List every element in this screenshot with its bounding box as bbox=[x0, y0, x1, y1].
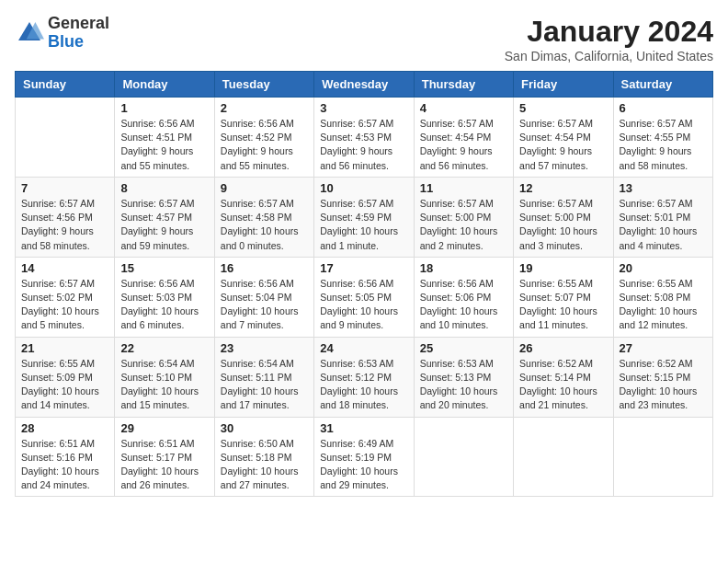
day-info: Sunrise: 6:50 AMSunset: 5:18 PMDaylight:… bbox=[221, 437, 308, 493]
day-info: Sunrise: 6:57 AMSunset: 4:57 PMDaylight:… bbox=[120, 197, 208, 253]
logo: General Blue bbox=[15, 15, 109, 52]
column-header-thursday: Thursday bbox=[414, 72, 513, 98]
day-number: 25 bbox=[420, 341, 507, 355]
calendar-cell bbox=[613, 417, 712, 497]
calendar-cell: 29Sunrise: 6:51 AMSunset: 5:17 PMDayligh… bbox=[115, 417, 214, 497]
day-number: 15 bbox=[120, 261, 208, 275]
calendar-cell: 23Sunrise: 6:54 AMSunset: 5:11 PMDayligh… bbox=[214, 337, 313, 417]
day-info: Sunrise: 6:53 AMSunset: 5:12 PMDaylight:… bbox=[320, 357, 407, 413]
calendar-cell: 21Sunrise: 6:55 AMSunset: 5:09 PMDayligh… bbox=[16, 337, 115, 417]
logo-icon bbox=[15, 18, 44, 48]
day-info: Sunrise: 6:54 AMSunset: 5:11 PMDaylight:… bbox=[221, 357, 308, 413]
calendar-cell: 28Sunrise: 6:51 AMSunset: 5:16 PMDayligh… bbox=[16, 417, 115, 497]
day-number: 13 bbox=[620, 181, 707, 195]
day-number: 2 bbox=[221, 101, 308, 115]
location-subtitle: San Dimas, California, United States bbox=[505, 49, 713, 63]
day-info: Sunrise: 6:56 AMSunset: 5:04 PMDaylight:… bbox=[221, 277, 308, 333]
day-number: 4 bbox=[420, 101, 507, 115]
page-header: General Blue January 2024 San Dimas, Cal… bbox=[15, 15, 713, 63]
logo-blue-text: Blue bbox=[48, 32, 84, 51]
day-number: 22 bbox=[120, 341, 208, 355]
calendar-cell: 5Sunrise: 6:57 AMSunset: 4:54 PMDaylight… bbox=[514, 98, 613, 178]
day-info: Sunrise: 6:56 AMSunset: 4:51 PMDaylight:… bbox=[120, 117, 208, 173]
calendar-cell: 9Sunrise: 6:57 AMSunset: 4:58 PMDaylight… bbox=[214, 177, 313, 257]
column-header-friday: Friday bbox=[514, 72, 613, 98]
day-info: Sunrise: 6:56 AMSunset: 5:06 PMDaylight:… bbox=[420, 277, 507, 333]
calendar-cell: 31Sunrise: 6:49 AMSunset: 5:19 PMDayligh… bbox=[314, 417, 414, 497]
logo-general-text: General bbox=[48, 14, 109, 32]
day-number: 7 bbox=[21, 181, 108, 195]
calendar-cell: 1Sunrise: 6:56 AMSunset: 4:51 PMDaylight… bbox=[115, 98, 214, 178]
day-info: Sunrise: 6:57 AMSunset: 4:54 PMDaylight:… bbox=[519, 117, 607, 173]
day-number: 3 bbox=[320, 101, 407, 115]
day-number: 16 bbox=[221, 261, 308, 275]
month-title: January 2024 bbox=[505, 15, 713, 49]
day-info: Sunrise: 6:53 AMSunset: 5:13 PMDaylight:… bbox=[420, 357, 507, 413]
day-number: 27 bbox=[620, 341, 707, 355]
day-info: Sunrise: 6:56 AMSunset: 5:03 PMDaylight:… bbox=[120, 277, 208, 333]
calendar-week-row: 1Sunrise: 6:56 AMSunset: 4:51 PMDaylight… bbox=[16, 98, 713, 178]
day-info: Sunrise: 6:57 AMSunset: 5:01 PMDaylight:… bbox=[620, 197, 707, 253]
day-number: 9 bbox=[221, 181, 308, 195]
calendar-cell: 2Sunrise: 6:56 AMSunset: 4:52 PMDaylight… bbox=[214, 98, 313, 178]
calendar-cell: 24Sunrise: 6:53 AMSunset: 5:12 PMDayligh… bbox=[314, 337, 414, 417]
day-number: 19 bbox=[519, 261, 607, 275]
title-section: January 2024 San Dimas, California, Unit… bbox=[505, 15, 713, 63]
calendar-cell: 6Sunrise: 6:57 AMSunset: 4:55 PMDaylight… bbox=[613, 98, 712, 178]
calendar-cell: 22Sunrise: 6:54 AMSunset: 5:10 PMDayligh… bbox=[115, 337, 214, 417]
day-number: 14 bbox=[21, 261, 108, 275]
column-header-saturday: Saturday bbox=[613, 72, 712, 98]
calendar-cell: 27Sunrise: 6:52 AMSunset: 5:15 PMDayligh… bbox=[613, 337, 712, 417]
day-number: 8 bbox=[120, 181, 208, 195]
calendar-cell: 26Sunrise: 6:52 AMSunset: 5:14 PMDayligh… bbox=[514, 337, 613, 417]
day-info: Sunrise: 6:55 AMSunset: 5:09 PMDaylight:… bbox=[21, 357, 108, 413]
calendar-cell: 30Sunrise: 6:50 AMSunset: 5:18 PMDayligh… bbox=[214, 417, 313, 497]
calendar-table: SundayMondayTuesdayWednesdayThursdayFrid… bbox=[15, 71, 713, 497]
calendar-cell: 10Sunrise: 6:57 AMSunset: 4:59 PMDayligh… bbox=[314, 177, 414, 257]
day-info: Sunrise: 6:51 AMSunset: 5:17 PMDaylight:… bbox=[120, 437, 208, 493]
day-number: 23 bbox=[221, 341, 308, 355]
calendar-cell: 3Sunrise: 6:57 AMSunset: 4:53 PMDaylight… bbox=[314, 98, 414, 178]
day-number: 10 bbox=[320, 181, 407, 195]
calendar-cell: 16Sunrise: 6:56 AMSunset: 5:04 PMDayligh… bbox=[214, 257, 313, 337]
calendar-week-row: 7Sunrise: 6:57 AMSunset: 4:56 PMDaylight… bbox=[16, 177, 713, 257]
calendar-week-row: 28Sunrise: 6:51 AMSunset: 5:16 PMDayligh… bbox=[16, 417, 713, 497]
calendar-cell bbox=[414, 417, 513, 497]
calendar-week-row: 21Sunrise: 6:55 AMSunset: 5:09 PMDayligh… bbox=[16, 337, 713, 417]
calendar-cell: 20Sunrise: 6:55 AMSunset: 5:08 PMDayligh… bbox=[613, 257, 712, 337]
day-number: 30 bbox=[221, 421, 308, 435]
day-number: 26 bbox=[519, 341, 607, 355]
calendar-cell: 8Sunrise: 6:57 AMSunset: 4:57 PMDaylight… bbox=[115, 177, 214, 257]
day-info: Sunrise: 6:56 AMSunset: 4:52 PMDaylight:… bbox=[221, 117, 308, 173]
calendar-cell: 14Sunrise: 6:57 AMSunset: 5:02 PMDayligh… bbox=[16, 257, 115, 337]
calendar-cell: 11Sunrise: 6:57 AMSunset: 5:00 PMDayligh… bbox=[414, 177, 513, 257]
day-number: 24 bbox=[320, 341, 407, 355]
column-header-tuesday: Tuesday bbox=[214, 72, 313, 98]
day-info: Sunrise: 6:55 AMSunset: 5:07 PMDaylight:… bbox=[519, 277, 607, 333]
day-info: Sunrise: 6:54 AMSunset: 5:10 PMDaylight:… bbox=[120, 357, 208, 413]
day-info: Sunrise: 6:52 AMSunset: 5:14 PMDaylight:… bbox=[519, 357, 607, 413]
calendar-cell: 18Sunrise: 6:56 AMSunset: 5:06 PMDayligh… bbox=[414, 257, 513, 337]
column-header-monday: Monday bbox=[115, 72, 214, 98]
calendar-cell: 15Sunrise: 6:56 AMSunset: 5:03 PMDayligh… bbox=[115, 257, 214, 337]
day-info: Sunrise: 6:57 AMSunset: 4:55 PMDaylight:… bbox=[620, 117, 707, 173]
day-info: Sunrise: 6:57 AMSunset: 4:53 PMDaylight:… bbox=[320, 117, 407, 173]
day-number: 11 bbox=[420, 181, 507, 195]
day-number: 5 bbox=[519, 101, 607, 115]
calendar-cell bbox=[514, 417, 613, 497]
day-info: Sunrise: 6:49 AMSunset: 5:19 PMDaylight:… bbox=[320, 437, 407, 493]
column-header-sunday: Sunday bbox=[16, 72, 115, 98]
day-number: 20 bbox=[620, 261, 707, 275]
day-number: 28 bbox=[21, 421, 108, 435]
calendar-cell: 7Sunrise: 6:57 AMSunset: 4:56 PMDaylight… bbox=[16, 177, 115, 257]
day-number: 31 bbox=[320, 421, 407, 435]
day-info: Sunrise: 6:55 AMSunset: 5:08 PMDaylight:… bbox=[620, 277, 707, 333]
day-number: 12 bbox=[519, 181, 607, 195]
calendar-cell: 17Sunrise: 6:56 AMSunset: 5:05 PMDayligh… bbox=[314, 257, 414, 337]
day-number: 18 bbox=[420, 261, 507, 275]
day-info: Sunrise: 6:57 AMSunset: 5:00 PMDaylight:… bbox=[519, 197, 607, 253]
calendar-cell: 13Sunrise: 6:57 AMSunset: 5:01 PMDayligh… bbox=[613, 177, 712, 257]
day-number: 17 bbox=[320, 261, 407, 275]
day-info: Sunrise: 6:57 AMSunset: 4:56 PMDaylight:… bbox=[21, 197, 108, 253]
day-info: Sunrise: 6:57 AMSunset: 5:00 PMDaylight:… bbox=[420, 197, 507, 253]
